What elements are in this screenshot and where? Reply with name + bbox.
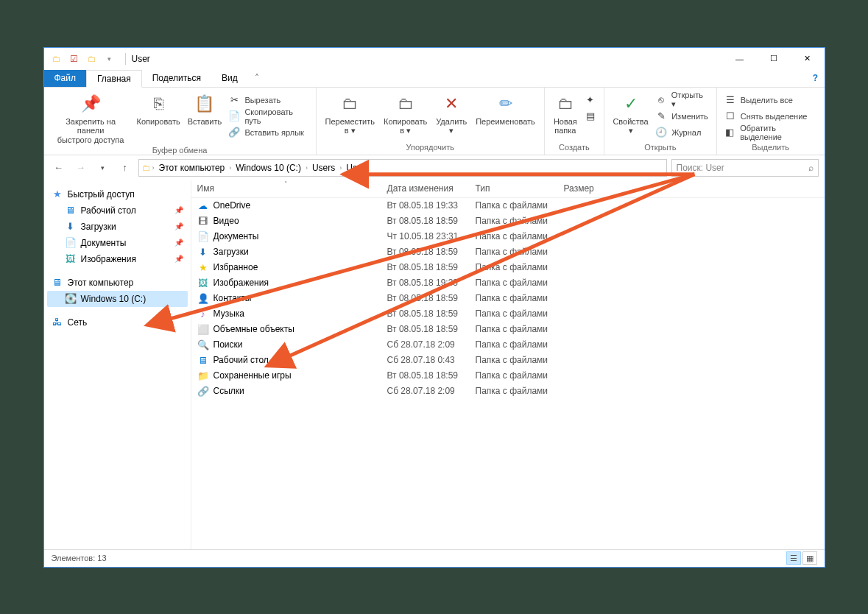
forward-button[interactable]: → (72, 159, 90, 177)
statusbar: Элементов: 13 ☰ ▦ (44, 549, 825, 567)
list-item[interactable]: ♪МузыкаВт 08.05.18 18:59Папка с файлами (191, 306, 825, 322)
rename-icon: ✏ (494, 92, 518, 116)
tab-share[interactable]: Поделиться (142, 70, 211, 87)
list-item[interactable]: ⬜Объемные объектыВт 08.05.18 18:59Папка … (191, 322, 825, 337)
chevron-right-icon[interactable]: › (339, 164, 342, 172)
star-icon: ★ (52, 188, 63, 200)
file-date: Вт 08.05.18 18:59 (381, 308, 470, 319)
tree-quickaccess[interactable]: ★Быстрый доступ (47, 186, 188, 202)
file-rows[interactable]: ☁OneDriveВт 08.05.18 19:33Папка с файлам… (191, 198, 825, 549)
file-name: Контакты (214, 293, 252, 303)
file-type: Папка с файлами (470, 370, 558, 381)
tree-drive-c[interactable]: 💽Windows 10 (C:) (47, 291, 188, 307)
search-icon: ⌕ (808, 163, 814, 173)
crumb-pc[interactable]: Этот компьютер (156, 163, 228, 173)
properties-button[interactable]: ✓Свойства ▾ (609, 89, 652, 135)
picture-icon: 🖼 (65, 253, 77, 265)
icons-view-button[interactable]: ▦ (802, 551, 817, 565)
qat-properties-icon[interactable]: ☑ (68, 52, 81, 66)
list-item[interactable]: ☁OneDriveВт 08.05.18 19:33Папка с файлам… (191, 198, 825, 214)
tab-view[interactable]: Вид (211, 70, 248, 87)
pin-button[interactable]: 📌Закрепить на панели быстрого доступа (49, 89, 133, 145)
file-icon: 🔍 (197, 339, 209, 350)
details-view-button[interactable]: ☰ (786, 551, 801, 565)
moveto-button[interactable]: 🗀Переместить в ▾ (321, 89, 379, 135)
file-type: Папка с файлами (470, 308, 558, 319)
selectall-icon: ☰ (724, 94, 736, 106)
window-title: User (129, 54, 150, 64)
list-item[interactable]: ★ИзбранноеВт 08.05.18 18:59Папка с файла… (191, 260, 825, 275)
close-button[interactable]: ✕ (791, 48, 825, 70)
copyto-button[interactable]: 🗀Копировать в ▾ (379, 89, 431, 135)
open-button[interactable]: ⎋Открыть ▾ (652, 92, 712, 108)
file-date: Вт 08.05.18 18:59 (381, 293, 470, 303)
cut-button[interactable]: ✂Вырезать (225, 92, 311, 108)
file-name: Рабочий стол (214, 355, 269, 365)
list-item[interactable]: 🔍ПоискиСб 28.07.18 2:09Папка с файлами (191, 337, 825, 353)
list-item[interactable]: 📁Сохраненные игрыВт 08.05.18 18:59Папка … (191, 368, 825, 384)
qat-folder-icon[interactable]: 🗀 (85, 52, 99, 66)
crumb-drive[interactable]: Windows 10 (C:) (233, 163, 304, 173)
maximize-button[interactable]: ☐ (757, 48, 791, 70)
tree-downloads[interactable]: ⬇Загрузки📌 (47, 219, 188, 235)
newitem-button[interactable]: ✦ (582, 92, 599, 108)
pastelink-button[interactable]: 🔗Вставить ярлык (225, 124, 311, 141)
minimize-button[interactable]: ― (723, 48, 757, 70)
paste-button[interactable]: 📋Вставить (184, 89, 226, 127)
back-button[interactable]: ← (50, 159, 68, 177)
list-item[interactable]: 👤КонтактыВт 08.05.18 18:59Папка с файлам… (191, 291, 825, 306)
edit-button[interactable]: ✎Изменить (652, 108, 712, 124)
tree-network[interactable]: 🖧Сеть (47, 314, 188, 331)
qat-dropdown-icon[interactable]: ▾ (103, 52, 116, 66)
list-item[interactable]: 🖼ИзображенияВт 08.05.18 19:33Папка с фай… (191, 275, 825, 291)
invert-button[interactable]: ◧Обратить выделение (721, 124, 820, 141)
tab-home[interactable]: Главная (86, 70, 142, 88)
tree-desktop[interactable]: 🖥Рабочий стол📌 (47, 202, 188, 219)
up-button[interactable]: ↑ (116, 159, 134, 177)
copyto-icon: 🗀 (394, 92, 417, 116)
crumb-users[interactable]: Users (309, 163, 338, 173)
copy-button[interactable]: ⎘Копировать (133, 89, 184, 127)
delete-button[interactable]: ✕Удалить ▾ (431, 89, 471, 135)
recent-dropdown[interactable]: ▾ (94, 159, 112, 177)
list-item[interactable]: 🎞ВидеоВт 08.05.18 18:59Папка с файлами (191, 214, 825, 229)
file-type: Папка с файлами (470, 200, 558, 211)
list-item[interactable]: ⬇ЗагрузкиВт 08.05.18 18:59Папка с файлам… (191, 244, 825, 260)
copypath-button[interactable]: 📄Скопировать путь (225, 108, 311, 124)
easyaccess-button[interactable]: ▤ (582, 108, 599, 124)
history-button[interactable]: 🕘Журнал (652, 124, 712, 141)
collapse-ribbon-icon[interactable]: ˄ (248, 70, 266, 87)
tree-thispc[interactable]: 🖥Этот компьютер (47, 275, 188, 291)
list-item[interactable]: 🔗СсылкиСб 28.07.18 2:09Папка с файлами (191, 384, 825, 399)
search-input[interactable]: Поиск: User ⌕ (671, 159, 819, 177)
file-date: Вт 08.05.18 18:59 (381, 324, 470, 334)
crumb-user[interactable]: User (343, 163, 367, 173)
tab-file[interactable]: Файл (44, 70, 87, 87)
chevron-right-icon[interactable]: › (229, 164, 231, 172)
navbar: ← → ▾ ↑ 🗀 › Этот компьютер › Windows 10 … (44, 155, 825, 180)
chevron-right-icon[interactable]: › (306, 164, 308, 172)
file-name: Поиски (214, 339, 243, 350)
sort-asc-icon: ˄ (284, 180, 288, 188)
edit-icon: ✎ (655, 110, 667, 122)
col-name[interactable]: Имя˄ (191, 183, 381, 194)
newfolder-button[interactable]: 🗀Новая папка (549, 89, 582, 135)
scissors-icon: ✂ (228, 94, 240, 106)
moveto-icon: 🗀 (338, 92, 361, 116)
selectnone-button[interactable]: ☐Снять выделение (721, 108, 820, 124)
col-size[interactable]: Размер (558, 183, 617, 194)
tree-documents[interactable]: 📄Документы📌 (47, 235, 188, 251)
list-item[interactable]: 🖥Рабочий столСб 28.07.18 0:43Папка с фай… (191, 353, 825, 368)
rename-button[interactable]: ✏Переименовать (471, 89, 540, 127)
tree-pictures[interactable]: 🖼Изображения📌 (47, 251, 188, 267)
col-type[interactable]: Тип (470, 183, 558, 194)
address-bar[interactable]: 🗀 › Этот компьютер › Windows 10 (C:) › U… (138, 159, 667, 177)
help-icon[interactable]: ? (807, 70, 825, 87)
list-item[interactable]: 📄ДокументыЧт 10.05.18 23:31Папка с файла… (191, 229, 825, 244)
col-date[interactable]: Дата изменения (381, 183, 470, 194)
nav-tree[interactable]: ★Быстрый доступ 🖥Рабочий стол📌 ⬇Загрузки… (44, 180, 191, 549)
group-select-label: Выделить (721, 141, 820, 155)
titlebar: 🗀 ☑ 🗀 ▾ User ― ☐ ✕ (44, 48, 825, 70)
selectall-button[interactable]: ☰Выделить все (721, 92, 820, 108)
file-name: OneDrive (214, 200, 251, 211)
